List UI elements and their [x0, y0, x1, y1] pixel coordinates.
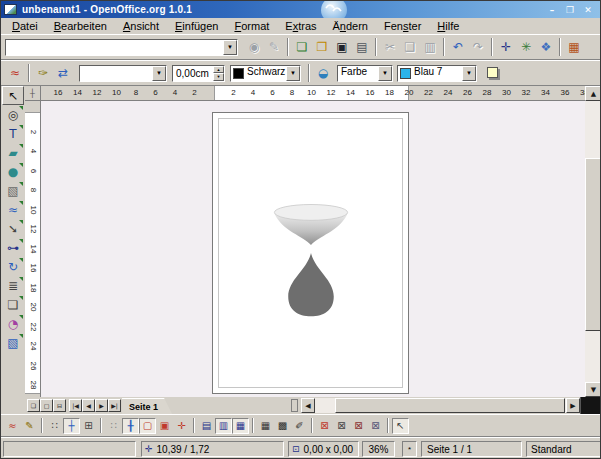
url-combo[interactable]: ▼ [5, 39, 238, 56]
select-tool[interactable]: ↖ [2, 86, 24, 105]
fill-style-combo[interactable]: Farbe ▼ [337, 65, 393, 82]
line-style-combo[interactable]: ▼ [79, 65, 167, 82]
line-width-down-icon[interactable]: ▼ [213, 73, 224, 81]
edit-points-mode-icon[interactable]: ≈ [4, 418, 21, 434]
menu-format[interactable]: Format [226, 19, 277, 33]
rectangle-tool[interactable]: ▰ [2, 143, 24, 162]
insert-graphics-icon[interactable]: ▦ [564, 38, 584, 56]
simple-handles-icon[interactable]: ▦ [257, 418, 274, 434]
maximize-button[interactable]: ❐ [563, 3, 577, 16]
contour-mode-icon[interactable]: ⊠ [333, 418, 350, 434]
save-document-icon[interactable]: ▣ [332, 38, 352, 56]
fine-contour-icon[interactable]: ⊠ [367, 418, 384, 434]
lines-arrows-tool[interactable]: ➘ [2, 219, 24, 238]
prev-page-button[interactable]: ◀ [82, 399, 95, 412]
grid-visible-icon[interactable]: ∷ [46, 418, 63, 434]
layer-mode-button[interactable]: ⊟ [53, 399, 66, 412]
next-page-button[interactable]: ▶ [95, 399, 108, 412]
fill-color-combo[interactable]: Blau 7 ▼ [397, 65, 477, 82]
drawing-canvas[interactable] [41, 101, 585, 397]
select-mode-icon[interactable]: ↖ [392, 418, 409, 434]
modify-with-attributes-icon[interactable]: ✐ [291, 418, 308, 434]
undo-icon[interactable]: ↶ [448, 38, 468, 56]
status-template-field[interactable]: Standard [526, 441, 601, 457]
rotation-mode-icon[interactable]: ✎ [21, 418, 38, 434]
menu-fenster[interactable]: Fenster [376, 19, 429, 33]
hscroll-left-icon[interactable]: ◀ [301, 398, 315, 413]
menu-ansicht[interactable]: Ansicht [115, 19, 167, 33]
helplines-while-moving-icon[interactable]: ⊞ [80, 418, 97, 434]
menu-hilfe[interactable]: Hilfe [429, 19, 467, 33]
alignment-tool[interactable]: ≣ [2, 276, 24, 295]
url-combo-dropdown-icon[interactable]: ▼ [223, 40, 237, 55]
menu-bearbeiten[interactable]: Bearbeiten [46, 19, 115, 33]
vertical-ruler[interactable]: 246810121416182022242628 [25, 101, 41, 397]
effects-tool[interactable]: ◔ [2, 314, 24, 333]
line-width-spinner[interactable]: 0,00cm ▲ ▼ [172, 65, 225, 82]
shadow-toggle-button[interactable] [485, 65, 501, 81]
ellipse-tool[interactable]: ● [2, 162, 24, 181]
line-style-dropdown-icon[interactable]: ▼ [152, 66, 166, 81]
picture-placeholder-icon[interactable]: ⊠ [316, 418, 333, 434]
page[interactable] [212, 112, 409, 394]
text-placeholder-icon[interactable]: ⊠ [350, 418, 367, 434]
last-page-button[interactable]: ▶| [108, 399, 121, 412]
status-position-field[interactable]: ✛ 10,39 / 1,72 [141, 441, 284, 457]
window-resize-grip[interactable] [580, 397, 601, 414]
vscroll-down-icon[interactable]: ▼ [585, 382, 601, 397]
connector-tool[interactable]: ⊶ [2, 238, 24, 257]
master-mode-button[interactable]: ▢ [40, 399, 53, 412]
menu-datei[interactable]: Datei [4, 19, 46, 33]
menu-extras[interactable]: Extras [277, 19, 324, 33]
quick-edit-icon[interactable]: ▤ [198, 418, 215, 434]
minimize-button[interactable]: – [545, 3, 559, 16]
3d-objects-tool[interactable]: ▧ [2, 181, 24, 200]
close-button[interactable]: ✕ [581, 3, 595, 16]
line-dialog-icon[interactable]: ✑ [33, 64, 53, 82]
line-color-dropdown-icon[interactable]: ▼ [286, 66, 300, 81]
menu-einfugen[interactable]: Einfügen [167, 19, 226, 33]
snap-to-grid-icon[interactable]: ∷ [105, 418, 122, 434]
fill-style-dropdown-icon[interactable]: ▼ [378, 66, 392, 81]
edit-points-icon[interactable]: ≈ [5, 64, 25, 82]
fill-color-dropdown-icon[interactable]: ▼ [462, 66, 476, 81]
line-width-up-icon[interactable]: ▲ [213, 66, 224, 74]
line-color-combo[interactable]: Schwarz ▼ [230, 65, 301, 82]
horizontal-ruler[interactable]: 1614121086422468101214161820222426283032… [41, 86, 585, 101]
select-text-area-icon[interactable]: ▥ [215, 418, 232, 434]
hscroll-right-icon[interactable]: ▶ [566, 398, 580, 413]
snap-to-snaplines-icon[interactable]: ╂ [122, 418, 139, 434]
status-size-field[interactable]: ⊡ 0,00 x 0,00 [288, 441, 359, 457]
snaplines-visible-icon[interactable]: ┼ [63, 418, 80, 434]
page-mode-button[interactable]: ❏ [27, 399, 40, 412]
vscroll-up-icon[interactable]: ▲ [585, 86, 601, 101]
page-tab[interactable]: Seite 1 [122, 398, 172, 414]
doubleclick-edit-text-icon[interactable]: ▦ [232, 418, 249, 434]
menu-andern[interactable]: Ändern [325, 19, 377, 33]
status-zoom-field[interactable]: 36% [362, 441, 395, 457]
tabbar-splitter[interactable] [291, 399, 298, 412]
new-document-icon[interactable]: ❏ [292, 38, 312, 56]
snap-to-object-frame-icon[interactable]: ▣ [156, 418, 173, 434]
arrow-style-icon[interactable]: ⇄ [53, 64, 73, 82]
curve-tool[interactable]: ≈ [2, 200, 24, 219]
vscroll-thumb[interactable] [585, 158, 601, 331]
vscroll-track[interactable] [585, 101, 601, 382]
url-input[interactable] [6, 40, 223, 55]
arrange-tool[interactable]: ❏ [2, 295, 24, 314]
zoom-tool[interactable]: ◎ [2, 105, 24, 124]
first-page-button[interactable]: |◀ [69, 399, 82, 412]
hourglass-drawing-object[interactable] [213, 113, 408, 393]
status-page-field[interactable]: Seite 1 / 1 [421, 441, 522, 457]
area-dialog-icon[interactable]: ◒ [313, 64, 333, 82]
text-tool[interactable]: T [2, 124, 24, 143]
large-handles-icon[interactable]: ▩ [274, 418, 291, 434]
navigator-icon[interactable]: ✛ [496, 38, 516, 56]
hscroll-track[interactable] [315, 398, 566, 413]
snap-to-object-points-icon[interactable]: ✛ [173, 418, 190, 434]
hyperlink-icon[interactable]: ❖ [536, 38, 556, 56]
rotate-tool[interactable]: ↻ [2, 257, 24, 276]
hscroll-thumb[interactable] [335, 398, 565, 413]
snap-to-margins-icon[interactable]: ▢ [139, 418, 156, 434]
print-icon[interactable]: ▤ [352, 38, 372, 56]
